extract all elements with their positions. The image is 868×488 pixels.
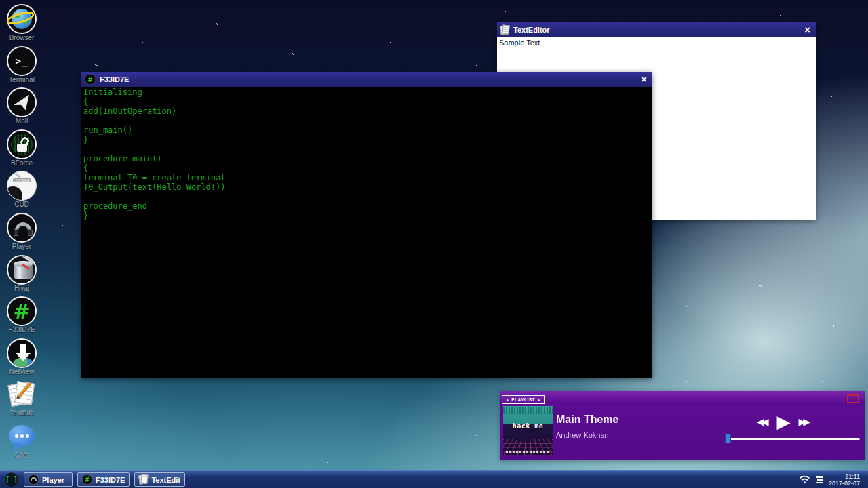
player-close-button[interactable]: × [847, 394, 859, 403]
seek-bar[interactable] [724, 433, 863, 444]
taskbar-button-f33id7e[interactable]: # F33ID7E [77, 472, 130, 487]
clock-date: 2017-02-07 [829, 480, 860, 487]
taskbar-button-textedit[interactable]: TextEdit [134, 472, 185, 487]
f33id7e-hash-icon: # [7, 296, 37, 326]
cud-icon [7, 171, 37, 201]
album-art: hack_me [503, 406, 553, 455]
desktop-icon-terminal[interactable]: >_ Terminal [3, 46, 41, 88]
desktop-icon-column: Browser >_ Terminal Mail BForce C [3, 4, 41, 464]
icon-label: Hivaj [14, 285, 29, 292]
start-button[interactable]: [ ] [4, 472, 19, 487]
icon-label: Chat [14, 451, 28, 459]
taskbar: [ ] Player # F33ID7E TextEdit 21:11 2017… [0, 470, 868, 488]
texteditor-title: TextEditor [513, 26, 550, 34]
seek-thumb[interactable] [725, 434, 731, 443]
seek-track[interactable] [727, 438, 860, 440]
icon-label: BForce [11, 159, 33, 167]
system-tray: 21:11 2017-02-07 [799, 473, 864, 487]
track-title: Main Theme [556, 413, 618, 426]
desktop-icon-hivaj[interactable]: Hivaj [3, 255, 41, 297]
netview-download-icon [7, 338, 37, 368]
taskbar-button-player[interactable]: Player [24, 472, 73, 487]
play-button[interactable]: ▶ [777, 413, 791, 430]
clock-time: 21:11 [829, 473, 860, 480]
icon-label: NetView [9, 368, 34, 375]
desktop-icon-browser[interactable]: Browser [3, 4, 41, 46]
notepad-icon [500, 25, 509, 35]
icon-label: Browser [9, 34, 35, 41]
terminal-body: Initialising { add(InOutOperation) run_m… [81, 87, 652, 378]
terminal-code: Initialising { add(InOutOperation) run_m… [81, 87, 652, 221]
desktop-icon-f33id7e[interactable]: # F33ID7E [3, 296, 41, 338]
desktop-icon-netview[interactable]: NetView [3, 338, 41, 380]
bforce-lock-icon [7, 129, 37, 159]
chat-bubble-icon [7, 422, 37, 451]
desktop-icon-mail[interactable]: Mail [3, 87, 41, 129]
mail-icon [7, 87, 37, 117]
icon-label: Terminal [9, 76, 35, 83]
player-controls: ◀◀ ▶ ▶▶ [757, 413, 810, 430]
album-title: hack_me [503, 422, 553, 430]
starfield-bright [0, 0, 1, 1]
terminal-icon: >_ [7, 46, 37, 76]
player-headphones-icon [7, 213, 37, 243]
bars-icon[interactable] [816, 476, 823, 483]
hash-icon: # [85, 74, 96, 85]
next-track-button[interactable]: ▶▶ [799, 417, 811, 426]
desktop-icon-bforce[interactable]: BForce [3, 129, 41, 171]
terminal-title: F33ID7E [100, 75, 129, 83]
desktop-icon-textedit[interactable]: TextEdit [3, 380, 41, 422]
icon-label: TextEdit [9, 409, 34, 417]
hash-icon: # [82, 474, 92, 485]
desktop-icon-cud[interactable]: CUD [3, 171, 41, 213]
desktop-icon-player[interactable]: Player [3, 213, 41, 255]
icon-label: Mail [16, 117, 28, 125]
terminal-titlebar[interactable]: # F33ID7E × [81, 72, 652, 87]
previous-track-button[interactable]: ◀◀ [757, 417, 769, 426]
track-artist: Andrew Kokhan [556, 431, 609, 439]
clock: 21:11 2017-02-07 [829, 473, 860, 487]
notepad-icon [139, 474, 148, 485]
terminal-window: # F33ID7E × Initialising { add(InOutOper… [81, 72, 652, 378]
music-player-panel: ▲ PLAYLIST ▲ × hack_me Main Theme Andrew… [500, 391, 865, 460]
playlist-button[interactable]: ▲ PLAYLIST ▲ [502, 395, 545, 404]
hivaj-database-icon [7, 255, 37, 285]
desktop: Browser >_ Terminal Mail BForce C [0, 0, 868, 488]
desktop-icon-chat[interactable]: Chat [3, 422, 41, 464]
wifi-icon[interactable] [799, 475, 810, 484]
texteditor-close-button[interactable]: × [804, 23, 810, 37]
textedit-notepad-icon [7, 380, 37, 409]
icon-label: Player [12, 243, 31, 250]
texteditor-titlebar[interactable]: TextEditor × [497, 22, 816, 37]
player-headphones-icon [28, 474, 39, 485]
icon-label: CUD [14, 201, 29, 208]
terminal-close-button[interactable]: × [641, 73, 647, 86]
icon-label: F33ID7E [8, 326, 35, 333]
